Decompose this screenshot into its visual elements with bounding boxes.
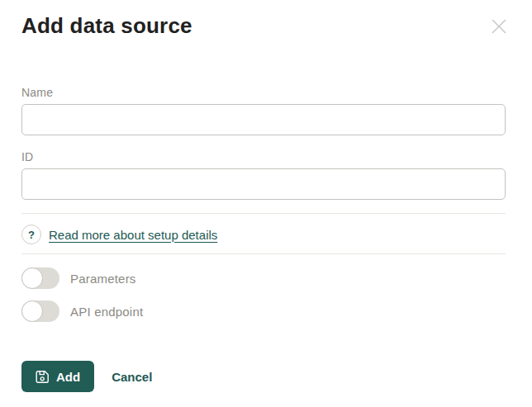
parameters-toggle-row: Parameters (21, 267, 506, 289)
setup-details-link[interactable]: Read more about setup details (49, 228, 217, 242)
api-endpoint-toggle-row: API endpoint (21, 301, 506, 322)
dialog-header: Add data source (21, 12, 506, 40)
toggle-knob (21, 301, 43, 322)
help-question-icon: ? (21, 225, 41, 244)
name-input[interactable] (21, 104, 506, 135)
save-icon (36, 370, 50, 384)
id-field-label: ID (21, 149, 506, 164)
parameters-toggle-label: Parameters (70, 272, 136, 286)
close-icon (490, 17, 508, 35)
add-button-label: Add (56, 370, 80, 384)
cancel-button[interactable]: Cancel (112, 370, 152, 384)
page-title: Add data source (21, 12, 192, 40)
close-button[interactable] (489, 17, 509, 36)
api-endpoint-toggle[interactable] (21, 301, 59, 322)
add-data-source-dialog: Add data source Name ID ? Read more abou… (0, 0, 532, 407)
divider-top (21, 213, 506, 214)
dialog-actions: Add Cancel (21, 361, 506, 392)
add-button[interactable]: Add (21, 361, 94, 392)
id-input[interactable] (21, 168, 506, 200)
help-row: ? Read more about setup details (21, 225, 506, 244)
divider-bottom (21, 253, 506, 254)
api-endpoint-toggle-label: API endpoint (70, 305, 143, 319)
name-field-label: Name (21, 85, 506, 100)
toggle-knob (21, 267, 43, 289)
parameters-toggle[interactable] (21, 267, 59, 289)
